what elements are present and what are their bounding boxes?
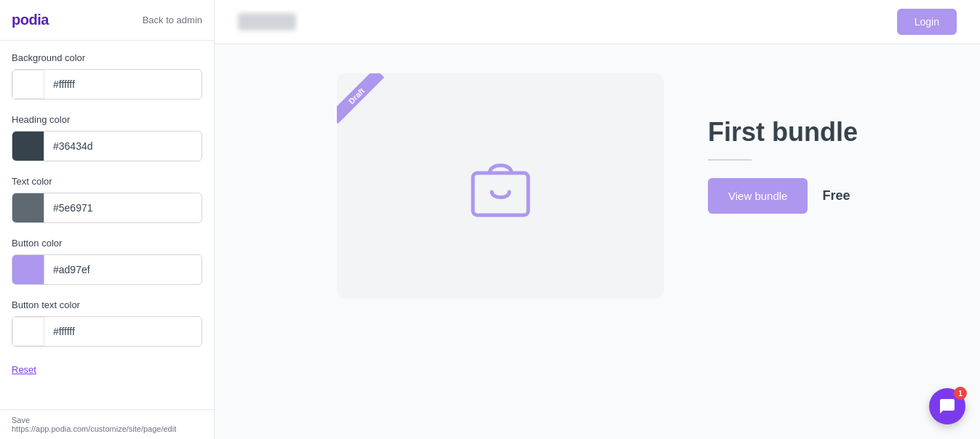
button-color-section: Button color bbox=[12, 238, 202, 285]
background-color-swatch[interactable] bbox=[12, 70, 44, 99]
background-color-row bbox=[12, 69, 202, 100]
bundle-actions: View bundle Free bbox=[708, 178, 858, 214]
text-color-section: Text color bbox=[12, 176, 202, 223]
button-text-color-section: Button text color bbox=[12, 299, 202, 347]
text-color-swatch[interactable] bbox=[12, 193, 44, 222]
heading-color-swatch[interactable] bbox=[12, 132, 44, 161]
bundle-divider bbox=[708, 159, 752, 161]
main-area: Login First bundle View bundle Free bbox=[215, 0, 980, 439]
button-text-color-row bbox=[12, 316, 202, 347]
site-url[interactable]: https://app.podia.com/customize/site/pag… bbox=[12, 424, 176, 433]
chat-icon bbox=[939, 398, 956, 415]
background-color-input[interactable] bbox=[44, 73, 202, 96]
chat-badge: 1 bbox=[954, 387, 967, 400]
draft-ribbon bbox=[337, 73, 395, 132]
heading-color-input[interactable] bbox=[44, 134, 202, 158]
text-color-input[interactable] bbox=[44, 196, 202, 220]
main-content: First bundle View bundle Free bbox=[215, 44, 980, 439]
view-bundle-button[interactable]: View bundle bbox=[708, 178, 808, 214]
sidebar-content: Background color Heading color Text colo… bbox=[0, 41, 214, 409]
reset-link[interactable]: Reset bbox=[12, 364, 36, 375]
back-to-admin-link[interactable]: Back to admin bbox=[143, 15, 202, 25]
button-text-color-swatch[interactable] bbox=[12, 317, 44, 346]
login-button[interactable]: Login bbox=[897, 9, 957, 35]
button-text-color-label: Button text color bbox=[12, 299, 202, 310]
sidebar-bottom: Save https://app.podia.com/customize/sit… bbox=[0, 409, 214, 439]
bundle-price: Free bbox=[822, 188, 850, 204]
heading-color-section: Heading color bbox=[12, 114, 202, 161]
background-color-label: Background color bbox=[12, 52, 202, 63]
sidebar: podia Back to admin Background color Hea… bbox=[0, 0, 215, 439]
chat-bubble[interactable]: 1 bbox=[929, 388, 965, 424]
bundle-info: First bundle View bundle Free bbox=[708, 73, 858, 214]
button-color-swatch[interactable] bbox=[12, 255, 44, 284]
bundle-card bbox=[337, 73, 664, 299]
button-color-row bbox=[12, 254, 202, 285]
podia-logo: podia bbox=[12, 12, 49, 28]
topnav: Login bbox=[215, 0, 980, 44]
text-color-label: Text color bbox=[12, 176, 202, 187]
svg-rect-0 bbox=[473, 173, 528, 215]
button-color-label: Button color bbox=[12, 238, 202, 249]
heading-color-label: Heading color bbox=[12, 114, 202, 125]
save-label: Save bbox=[12, 416, 30, 424]
button-text-color-input[interactable] bbox=[44, 320, 202, 343]
nav-logo-blurred bbox=[238, 13, 296, 31]
bundle-title: First bundle bbox=[708, 117, 858, 148]
button-color-input[interactable] bbox=[44, 258, 202, 281]
sidebar-header: podia Back to admin bbox=[0, 0, 214, 41]
text-color-row bbox=[12, 193, 202, 223]
bag-icon bbox=[464, 150, 537, 222]
background-color-section: Background color bbox=[12, 52, 202, 100]
heading-color-row bbox=[12, 131, 202, 161]
